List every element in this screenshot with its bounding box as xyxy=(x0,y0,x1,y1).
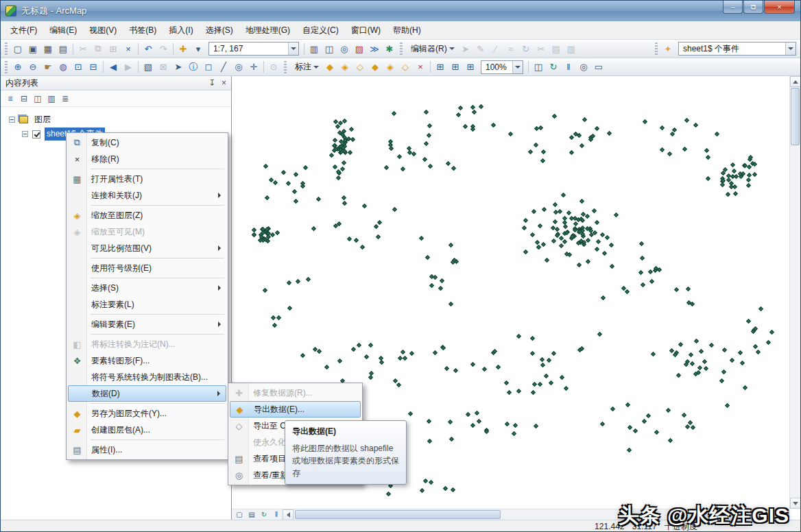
toc-window-icon[interactable]: ▥ xyxy=(307,42,321,56)
zoom-out-icon[interactable]: ⊖ xyxy=(26,60,40,74)
menubar-item-file[interactable]: 文件(F) xyxy=(4,21,43,40)
arctoolbox-icon[interactable]: ▨ xyxy=(352,42,366,56)
menubar-item-edit[interactable]: 编辑(E) xyxy=(43,21,83,40)
list-by-drawing-order-icon[interactable]: ≡ xyxy=(4,93,16,105)
model-builder-icon[interactable]: ✱ xyxy=(383,42,396,56)
minimize-button[interactable]: – xyxy=(723,1,743,14)
view-unplaced-labels-icon[interactable]: ◇ xyxy=(398,60,412,74)
back-extent-icon[interactable]: ◀ xyxy=(106,60,120,74)
context-menu-item-label-features[interactable]: 标注要素(L) xyxy=(68,296,226,313)
new-map-icon[interactable]: ▢ xyxy=(11,42,25,56)
context-menu-item-visible-scale-range[interactable]: 可见比例范围(V) xyxy=(68,240,226,256)
zoom-percent-combo[interactable]: 100% xyxy=(481,60,523,74)
toc-close-icon[interactable]: × xyxy=(222,78,226,88)
menubar-item-insert[interactable]: 插入(I) xyxy=(163,21,199,40)
pin-icon[interactable]: ↧ xyxy=(208,78,215,88)
close-button[interactable]: × xyxy=(764,1,795,14)
select-elements-icon[interactable]: ➤ xyxy=(171,60,185,74)
open-map-icon[interactable]: ▣ xyxy=(26,42,40,56)
menubar-item-help[interactable]: 帮助(H) xyxy=(387,21,427,40)
add-data-caret-icon[interactable]: ▾ xyxy=(191,42,205,56)
scale-combo-caret-icon[interactable] xyxy=(288,43,298,55)
measure-icon[interactable]: ╱ xyxy=(217,60,230,74)
search-window-icon[interactable]: ◎ xyxy=(337,42,351,56)
list-by-selection-icon[interactable]: ▥ xyxy=(45,93,58,105)
context-menu-item-joins-and-relates[interactable]: 连接和关联(J) xyxy=(68,187,226,204)
label-toolbar-menu[interactable]: 标注 xyxy=(290,60,322,75)
collapse-layers-icon[interactable] xyxy=(9,117,15,123)
clear-labels-icon[interactable]: × xyxy=(414,60,427,74)
context-menu-item-edit-features[interactable]: 编辑要素(E) xyxy=(68,316,226,332)
fixed-zoom-in-icon[interactable]: ⊡ xyxy=(71,60,85,74)
label-manager-icon[interactable]: ◆ xyxy=(323,60,337,74)
delete-icon[interactable]: × xyxy=(121,42,135,56)
overview-window-icon[interactable]: ▭ xyxy=(592,60,606,74)
layout-view-icon[interactable]: ▤ xyxy=(246,510,257,520)
save-icon[interactable]: ▦ xyxy=(41,42,55,56)
context-menu-item-properties[interactable]: ▤属性(I)... xyxy=(68,442,226,458)
label-menu-caret-icon[interactable] xyxy=(311,61,321,73)
map-scale-combo[interactable]: 1:7, 167 xyxy=(208,42,299,56)
toolbar-grip[interactable] xyxy=(5,61,8,73)
find-icon[interactable]: ◎ xyxy=(232,60,246,74)
list-by-visibility-icon[interactable]: ◫ xyxy=(32,93,44,105)
magnifier-window-icon[interactable]: ◎ xyxy=(577,60,590,74)
restore-button[interactable]: ⧉ xyxy=(743,1,763,14)
print-icon[interactable]: ▤ xyxy=(56,42,70,56)
scroll-left-button[interactable] xyxy=(283,509,294,520)
lock-labels-icon[interactable]: ◆ xyxy=(368,60,382,74)
graphics-grid-icon[interactable]: ⊞ xyxy=(449,60,462,74)
toc-options-icon[interactable]: ≣ xyxy=(59,93,71,105)
layer-visibility-checkbox[interactable] xyxy=(32,130,40,138)
target-layer-combo[interactable]: sheet1$ 个事件 xyxy=(678,42,796,56)
context-menu-item-convert-features-to-graphics[interactable]: ❖要素转图形(F)... xyxy=(68,352,226,369)
select-features-icon[interactable]: ▧ xyxy=(141,60,155,74)
context-menu-item-selection[interactable]: 选择(S) xyxy=(68,280,226,296)
align-tools-icon[interactable]: ⊞ xyxy=(464,60,477,74)
pan-tool-icon[interactable]: ☛ xyxy=(41,60,55,74)
context-menu-item-create-layer-package[interactable]: ▰创建图层包(A)... xyxy=(68,422,226,438)
fixed-zoom-out-icon[interactable]: ⊟ xyxy=(86,60,100,74)
context-menu-item-open-attribute-table[interactable]: ▦打开属性表(T) xyxy=(68,171,226,187)
data-view-icon[interactable]: ▢ xyxy=(234,510,245,520)
go-to-xy-icon[interactable]: ✛ xyxy=(247,60,261,74)
menubar-item-view[interactable]: 视图(V) xyxy=(83,21,123,40)
context-menu-item-save-as-layer-file[interactable]: ◆另存为图层文件(Y)... xyxy=(68,405,226,422)
undo-icon[interactable]: ↶ xyxy=(141,42,155,56)
zoom-in-icon[interactable]: ⊕ xyxy=(11,60,25,74)
editor-menu[interactable]: 编辑器(R) xyxy=(406,41,457,56)
vertical-scroll-thumb[interactable] xyxy=(791,88,800,145)
menubar-item-selection[interactable]: 选择(S) xyxy=(200,21,239,40)
menubar-item-geoprocessing[interactable]: 地理处理(G) xyxy=(239,21,296,40)
add-data-icon[interactable]: ✚ xyxy=(176,42,190,56)
snapping-window-icon[interactable]: ⊞ xyxy=(433,60,447,74)
toolbar-grip[interactable] xyxy=(655,43,658,55)
toolbar-grip[interactable] xyxy=(5,43,8,55)
catalog-window-icon[interactable]: ◫ xyxy=(322,42,336,56)
refresh-view-icon[interactable]: ↻ xyxy=(259,510,270,520)
layer-flash-icon[interactable]: ✦ xyxy=(661,42,675,56)
menubar-item-customize[interactable]: 自定义(C) xyxy=(296,21,345,40)
list-by-source-icon[interactable]: ⊟ xyxy=(18,93,30,105)
menubar-item-windows[interactable]: 窗口(W) xyxy=(345,21,387,40)
pause-labeling-icon[interactable]: ◈ xyxy=(383,60,397,74)
scroll-down-button[interactable] xyxy=(790,498,801,509)
toolbar-grip[interactable] xyxy=(400,43,403,55)
context-menu-item-copy[interactable]: ⧉复制(C) xyxy=(68,134,226,151)
map-vertical-scrollbar[interactable] xyxy=(789,76,800,509)
label-priority-icon[interactable]: ◈ xyxy=(338,60,352,74)
context-menu-item-data[interactable]: 数据(D) xyxy=(68,385,226,402)
identify-icon[interactable]: ⓘ xyxy=(187,60,200,74)
zoom-combo-caret-icon[interactable] xyxy=(512,61,523,73)
full-extent-icon[interactable]: ◍ xyxy=(56,60,70,74)
viewer-window-icon[interactable]: ◫ xyxy=(531,60,545,74)
submenu-item-export-data[interactable]: ◆导出数据(E)... xyxy=(230,401,361,418)
context-menu-item-convert-symbology-to-representation[interactable]: 将符号系统转换为制图表达(B)... xyxy=(68,369,226,385)
context-menu-item-remove[interactable]: ×移除(R) xyxy=(68,151,226,167)
menubar-item-bookmarks[interactable]: 书签(B) xyxy=(123,21,163,40)
refresh-view-icon[interactable]: ↻ xyxy=(547,60,560,74)
python-window-icon[interactable]: ≫ xyxy=(368,42,381,56)
context-menu-item-zoom-to-layer[interactable]: ◈缩放至图层(Z) xyxy=(68,207,226,223)
horizontal-scroll-thumb[interactable] xyxy=(295,510,501,519)
editor-menu-caret-icon[interactable] xyxy=(447,43,457,55)
